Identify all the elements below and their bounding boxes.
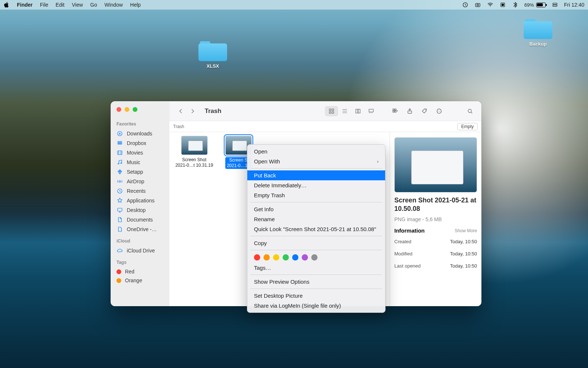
sidebar-item-dropbox[interactable]: Dropbox [111, 138, 169, 148]
ctx-copy[interactable]: Copy [247, 238, 385, 248]
svg-point-28 [438, 111, 438, 112]
ctx-quick-look[interactable]: Quick Look "Screen Shot 2021-05-21 at 10… [247, 224, 385, 234]
preview-show-more[interactable]: Show More [455, 228, 477, 233]
svg-point-10 [118, 163, 119, 164]
preview-subtitle: PNG image - 5,6 MB [394, 216, 477, 222]
finder-toolbar: Trash [169, 101, 481, 121]
apple-menu[interactable] [4, 2, 10, 8]
preview-info-heading: Information [394, 227, 425, 234]
svg-point-29 [439, 111, 440, 112]
nav-back-button[interactable] [175, 106, 186, 116]
window-zoom-button[interactable] [133, 107, 137, 112]
desktop-folder-backup[interactable]: Backup [524, 18, 552, 47]
battery-status[interactable]: 69% [524, 2, 546, 8]
tag-color-yellow[interactable] [273, 254, 279, 261]
desktop-folder-xlsx[interactable]: XLSX [198, 40, 227, 69]
sidebar-item-setapp[interactable]: Setapp [111, 167, 169, 177]
svg-rect-24 [395, 111, 396, 112]
sidebar-tag-red[interactable]: Red [111, 267, 169, 276]
tags-button[interactable] [419, 106, 430, 116]
ctx-empty-trash[interactable]: Empty Trash [247, 190, 385, 200]
sidebar-item-downloads[interactable]: Downloads [111, 129, 169, 138]
ctx-rename[interactable]: Rename [247, 214, 385, 224]
sidebar-item-desktop[interactable]: Desktop [111, 205, 169, 215]
file-item[interactable]: Screen Shot2021-0…t 10.31.19 [173, 136, 215, 168]
svg-rect-1 [476, 3, 480, 7]
ctx-tags[interactable]: Tags… [247, 263, 385, 273]
menu-app-name[interactable]: Finder [17, 2, 33, 8]
sidebar-item-applications[interactable]: Applications [111, 196, 169, 205]
tag-color-blue[interactable] [292, 254, 298, 261]
view-icons-button[interactable] [325, 106, 338, 116]
empty-trash-button[interactable]: Empty [457, 123, 478, 130]
menu-go[interactable]: Go [90, 2, 97, 8]
tag-color-red[interactable] [254, 254, 260, 261]
tag-color-orange[interactable] [263, 254, 270, 261]
sidebar-item-airdrop[interactable]: AirDrop [111, 177, 169, 186]
ctx-open-with[interactable]: Open With› [247, 156, 385, 166]
window-controls [111, 106, 169, 118]
svg-point-11 [121, 163, 122, 164]
view-list-button[interactable] [338, 106, 351, 116]
ctx-separator [250, 275, 382, 275]
menubar: Finder File Edit View Go Window Help 69%… [0, 0, 588, 10]
tag-color-green[interactable] [283, 254, 289, 261]
sidebar-item-onedrive[interactable]: OneDrive -… [111, 224, 169, 234]
svg-point-12 [119, 181, 121, 183]
ctx-separator [250, 168, 382, 169]
ctx-get-info[interactable]: Get Info [247, 204, 385, 214]
menu-edit[interactable]: Edit [55, 2, 64, 8]
ctx-open[interactable]: Open [247, 146, 385, 156]
svg-rect-22 [395, 109, 396, 110]
sidebar-item-music[interactable]: Music [111, 158, 169, 167]
view-columns-button[interactable] [351, 106, 365, 116]
view-gallery-button[interactable] [365, 106, 378, 116]
preview-row-lastopened: Last openedToday, 10:50 [394, 262, 477, 270]
nav-forward-button[interactable] [187, 106, 198, 116]
window-minimize-button[interactable] [125, 107, 129, 112]
menubar-clock[interactable]: Fri 12:40 [564, 2, 584, 8]
tag-color-purple[interactable] [302, 254, 308, 261]
tag-dot-icon [116, 269, 121, 274]
share-button[interactable] [404, 106, 415, 116]
sidebar-item-documents[interactable]: Documents [111, 215, 169, 224]
ctx-delete-immediately[interactable]: Delete Immediately… [247, 180, 385, 190]
preview-thumbnail [394, 137, 477, 192]
sidebar-head-tags: Tags [111, 258, 169, 267]
sidebar-item-movies[interactable]: Movies [111, 148, 169, 158]
bluetooth-icon[interactable] [512, 1, 519, 8]
status-square-icon[interactable] [499, 1, 506, 8]
camera-icon[interactable] [474, 1, 481, 8]
more-button[interactable] [434, 106, 445, 116]
ctx-show-preview-options[interactable]: Show Preview Options [247, 277, 385, 287]
sidebar-item-recents[interactable]: Recents [111, 186, 169, 196]
window-close-button[interactable] [116, 107, 121, 112]
ctx-separator [250, 289, 382, 289]
window-title: Trash [205, 107, 221, 115]
desktop-folder-label: Backup [530, 41, 547, 47]
menu-help[interactable]: Help [130, 2, 141, 8]
ctx-put-back[interactable]: Put Back [247, 170, 385, 180]
battery-icon [536, 3, 546, 7]
group-by-button[interactable] [390, 106, 401, 116]
wifi-icon[interactable] [487, 1, 494, 8]
menu-view[interactable]: View [72, 2, 83, 8]
menu-file[interactable]: File [40, 2, 49, 8]
search-button[interactable] [465, 106, 476, 116]
path-bar: Trash Empty [169, 121, 481, 132]
svg-point-26 [425, 110, 426, 110]
svg-point-30 [440, 111, 441, 112]
clock-icon[interactable] [462, 1, 469, 8]
view-mode-segment [325, 106, 378, 116]
menu-window[interactable]: Window [104, 2, 123, 8]
control-center-icon[interactable] [552, 1, 558, 8]
svg-rect-18 [332, 112, 334, 113]
ctx-set-desktop-picture[interactable]: Set Desktop Picture [247, 291, 385, 301]
tag-color-gray[interactable] [311, 254, 318, 261]
svg-rect-21 [393, 109, 394, 110]
sidebar-item-icloud-drive[interactable]: iCloud Drive [111, 246, 169, 255]
preview-row-modified: ModifiedToday, 10:50 [394, 250, 477, 258]
ctx-share-logmein[interactable]: Share via LogMeIn (Single file only) [247, 301, 385, 311]
sidebar-tag-orange[interactable]: Orange [111, 276, 169, 285]
ctx-separator [250, 250, 382, 250]
